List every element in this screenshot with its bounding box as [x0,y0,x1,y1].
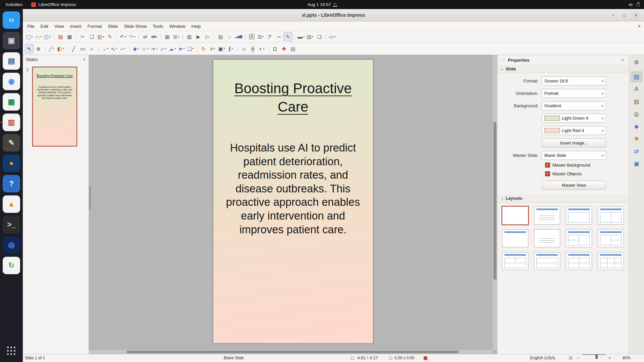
zoom-pan-icon[interactable]: ⊕▾ [34,45,43,53]
spelling-icon[interactable]: abc▾ [150,33,158,41]
activities-button[interactable]: Activities [0,0,28,9]
slide-body-textbox[interactable]: Hospitals use AI to predict patient dete… [219,141,368,236]
gimp-icon[interactable]: ✎ [3,134,20,152]
tab-shapes[interactable]: ◆ [631,121,643,132]
copy-icon[interactable]: ❏▾ [88,33,96,41]
extrusion-icon[interactable]: ▧▾ [289,45,297,53]
zoom-percent-status[interactable]: 80% [623,354,631,362]
tab-gallery[interactable]: ▨ [631,96,643,107]
print-icon[interactable]: ▦▾ [65,33,74,41]
libreoffice-calc-icon[interactable]: ▦ [3,93,20,111]
layout-four-content[interactable] [566,252,592,270]
ellipse-icon[interactable]: ○▾ [88,45,96,53]
layout-two-content-and-content[interactable] [566,229,592,247]
software-updater-icon[interactable]: ↻ [3,257,20,274]
layout-title-two-content[interactable] [598,206,624,225]
fill-color-icon[interactable]: ◧▾ [56,45,65,53]
save-icon[interactable]: ◫▾ [43,33,52,41]
new-slide-icon[interactable]: ▧▾ [306,33,314,41]
title-bar[interactable]: sl.pptx - LibreOffice Impress − □ × [23,9,644,21]
tab-properties[interactable]: ▤ [631,71,643,82]
tab-styles[interactable]: A [631,83,643,95]
rectangle-icon[interactable]: ▭▾ [78,45,87,53]
zoom-out-icon[interactable]: − [577,354,579,362]
arrange-icon[interactable]: ▣▾ [217,45,226,53]
export-pdf-icon[interactable]: ▤▾ [56,33,65,41]
insert-textbox-icon[interactable]: A▾ [248,33,256,41]
language-status[interactable]: English (USA) [530,354,555,362]
restore-icon[interactable]: □ [621,11,629,19]
zoom-in-icon[interactable]: + [608,354,611,362]
layout-six-content[interactable] [598,252,624,270]
layout-title-only[interactable] [502,229,528,247]
menu-slide-show[interactable]: Slide Show [121,22,150,30]
menu-view[interactable]: View [51,22,67,30]
master-background-checkbox[interactable]: ✓ [545,163,550,168]
master-objects-checkbox[interactable]: ✓ [545,171,550,176]
slide-section-header[interactable]: ⌄ Slide [497,65,629,73]
master-view-button[interactable]: Master View [542,181,606,190]
blue-circle-app-icon[interactable]: ◎ [3,236,20,254]
master-objects-row[interactable]: ✓ Master Objects [545,170,624,177]
symbol-shapes-icon[interactable]: ☺▾ [141,45,149,53]
menu-edit[interactable]: Edit [38,22,51,30]
layout-content-and-two-content[interactable] [598,229,624,247]
slide-canvas[interactable]: Boosting Proactive Care Hospitals use AI… [213,59,373,344]
panel-splitter-handle[interactable] [89,186,91,209]
tab-slide-transition[interactable]: ⇄ [631,145,643,157]
close-document-icon[interactable]: × [638,23,641,29]
flowchart-icon[interactable]: ▱▾ [159,45,167,53]
insert-image-icon[interactable]: ▨▾ [216,33,225,41]
3d-objects-icon[interactable]: ❑▾ [186,45,195,53]
zoom-slider[interactable] [582,354,606,355]
show-draw-functions-icon[interactable]: ✎▾ [284,33,292,41]
insert-chart-icon[interactable]: ▂▅▇▾ [234,33,243,41]
hyperlink-icon[interactable]: ∾▾ [275,33,283,41]
sidebar-settings-icon[interactable]: ⚙ [631,57,643,68]
redo-icon[interactable]: ↷▾ [128,33,136,41]
start-first-slide-icon[interactable]: ▶▾ [194,33,203,41]
slide-count-status[interactable]: Slide 1 of 1 [25,354,45,362]
undo-icon[interactable]: ↶▾ [119,33,127,41]
insert-line-icon[interactable]: ╱▾ [69,45,78,53]
layouts-section-header[interactable]: ⌄ Layouts [497,194,629,202]
show-applications-icon[interactable] [3,342,20,360]
vertical-scrollbar-thumb[interactable] [493,122,496,280]
connectors-icon[interactable]: ⌐▾ [119,45,127,53]
paste-icon[interactable]: ▥▾ [97,33,105,41]
glue-points-icon[interactable]: ✚▾ [280,45,288,53]
horizontal-scrollbar-thumb[interactable] [126,351,459,353]
header-footer-icon[interactable]: ▬▾ [297,33,305,41]
menu-insert[interactable]: Insert [67,22,85,30]
panel-grip-icon[interactable]: ⁞⁞ [502,58,505,62]
layout-title-slide[interactable] [534,206,560,225]
libreoffice-impress-icon[interactable]: ▥ [3,114,20,131]
fontwork-icon[interactable]: ℱ▾ [266,33,274,41]
menu-window[interactable]: Window [166,22,189,30]
layout-title-content[interactable] [566,206,592,225]
edit-canvas[interactable]: Boosting Proactive Care Hospitals use AI… [89,55,497,354]
layout-content-over-content[interactable] [534,252,560,270]
close-properties-icon[interactable]: × [621,58,624,63]
edit-points-icon[interactable]: ⊡▾ [271,45,279,53]
table-icon[interactable]: ⊞▾ [172,33,180,41]
layout-two-content-over-content[interactable] [502,252,528,270]
orientation-select[interactable]: Portrait ▾ [542,89,606,98]
document-modified-icon[interactable] [424,356,427,360]
display-views-icon[interactable]: ▥▾ [185,33,194,41]
callout-shapes-icon[interactable]: ☁▾ [168,45,176,53]
master-slide-select[interactable]: Blank Slide ▾ [542,151,606,160]
block-arrows-icon[interactable]: ➔▾ [150,45,158,53]
gradient-color2-select[interactable]: Light Red 4 ▾ [542,126,606,135]
vlc-icon[interactable]: ▲ [3,195,20,213]
libreoffice-writer-icon[interactable]: ▤ [3,52,20,70]
crop-icon[interactable]: ╬▾ [249,45,257,53]
chromium-icon[interactable]: ◉ [3,73,20,90]
distribute-icon[interactable]: ∥▾ [226,45,235,53]
tab-animation[interactable]: ✱ [631,133,643,144]
new-document-icon[interactable]: ▢▾ [25,33,34,41]
basic-shapes-icon[interactable]: ◆▾ [132,45,140,53]
master-slide-status[interactable]: Blank Slide [224,354,244,362]
start-current-slide-icon[interactable]: ▷▾ [203,33,212,41]
menu-help[interactable]: Help [189,22,204,30]
